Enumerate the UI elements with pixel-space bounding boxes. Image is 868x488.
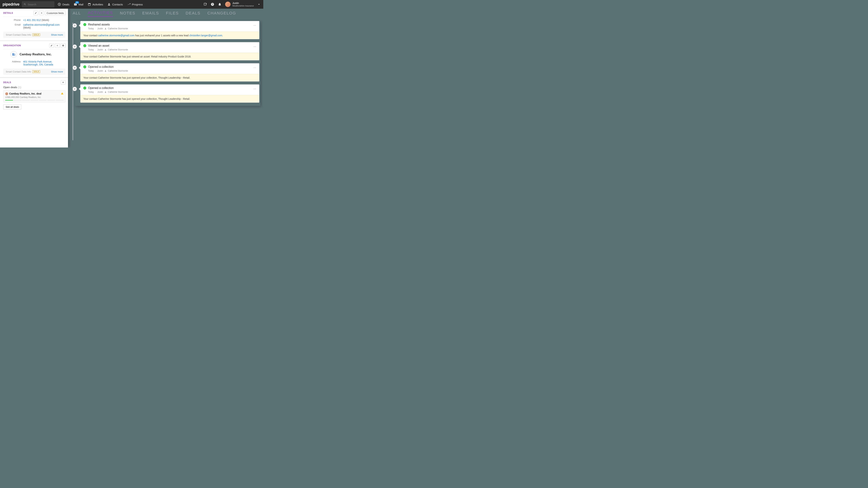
activity-card: Viewed an asset ⋯ Today·Justin Catherine… (80, 42, 259, 60)
activity-body: Your contact Catherine Stormonte has jus… (81, 53, 259, 60)
user-text: Justin Westfordshire Insurance (232, 2, 254, 7)
deal-org: Cambay Realtors, Inc. (20, 96, 41, 98)
activity-meta: Today·Justin Catherine Stormonte (81, 27, 259, 32)
pencil-icon (51, 44, 53, 46)
user-menu[interactable]: Justin Westfordshire Insurance (225, 2, 261, 7)
help-icon[interactable]: ? (211, 3, 214, 6)
user-name: Justin (232, 2, 254, 5)
deal-card[interactable]: Cambay Realtors, Inc. deal US$1,000,000 … (3, 90, 65, 102)
activity-meta: Today·Justin Catherine Stormonte (81, 48, 259, 53)
nav-activities[interactable]: Activities (88, 3, 103, 6)
warning-icon (61, 92, 63, 95)
activity-title: Opened a collection (88, 65, 114, 68)
add-deal-button[interactable]: + (61, 80, 65, 85)
tab-files[interactable]: FILES (166, 11, 179, 17)
clock-icon (72, 66, 77, 70)
address-link[interactable]: 401 Victoria Park Avenue, Scarborough, O… (23, 60, 53, 66)
gold-badge: GOLD (32, 33, 40, 36)
dollar-icon: $ (58, 3, 61, 6)
nav-deals[interactable]: $ Deals (58, 3, 69, 6)
org-name[interactable]: Cambay Realtors, Inc. (20, 53, 52, 56)
tabs: ALL ACTIVITIES NOTES EMAILS FILES DEALS … (68, 9, 263, 19)
nav-deals-label: Deals (62, 3, 69, 6)
deals-title: DEALS (3, 81, 11, 84)
phone-suffix: (Work) (41, 19, 49, 22)
tab-all[interactable]: ALL (73, 11, 81, 17)
search-input[interactable] (28, 3, 53, 6)
tab-emails[interactable]: EMAILS (142, 11, 159, 17)
open-deals-label: Open deals (1) (3, 86, 65, 89)
smart-label: Smart Contact Data Info (6, 33, 31, 36)
person-icon (107, 3, 111, 6)
close-button[interactable] (55, 43, 60, 48)
brand-logo: pipedrive (3, 2, 19, 7)
check-icon (83, 65, 86, 68)
activity-body: Your contact Catherine Stormonte has jus… (81, 95, 259, 102)
nav-right: ? Justin Westfordshire Insurance (204, 2, 261, 7)
calendar-icon (88, 3, 91, 6)
show-more-link[interactable]: Show more (51, 33, 63, 36)
details-section: DETAILS Customize fields Phone +1 401 29… (0, 9, 68, 41)
activity-meta: Today·Justin Catherine Stormonte (81, 69, 259, 74)
more-icon[interactable]: ⋯ (253, 45, 257, 48)
email-label: Email (3, 23, 23, 29)
deals-section: DEALS + Open deals (1) Cambay Realtors, … (0, 78, 68, 112)
nav-mail-label: Mail (79, 3, 84, 6)
mail-badge: 11 (75, 1, 79, 4)
nav-contacts[interactable]: Contacts (107, 3, 123, 6)
person-icon (104, 70, 106, 72)
bell-icon[interactable] (218, 3, 221, 6)
activity-meta: Today·Justin Catherine Stormonte (81, 90, 259, 95)
gear-button[interactable] (61, 43, 65, 48)
activity-body: Your contact Catherine Stormonte has jus… (81, 74, 259, 81)
activity-card: Reshared assets ⋯ Today·Justin Catherine… (80, 21, 259, 39)
building-icon (10, 51, 17, 58)
nav-mail[interactable]: 11 Mail (74, 3, 84, 6)
more-icon[interactable]: ⋯ (253, 66, 257, 69)
close-button[interactable] (39, 11, 44, 15)
user-org: Westfordshire Insurance (232, 5, 254, 7)
clock-icon (72, 23, 77, 28)
nav-progress-label: Progress (132, 3, 143, 6)
nav-items: $ Deals 11 Mail Activities Contacts Prog… (58, 3, 204, 6)
email-row: Email catherine.stormonte@gmail.com(Work… (3, 23, 65, 29)
email-suffix: (Work) (23, 26, 31, 29)
see-all-deals-button[interactable]: See all deals (3, 104, 21, 109)
nav-progress[interactable]: Progress (127, 3, 143, 6)
check-icon (83, 23, 86, 26)
tab-deals[interactable]: DEALS (186, 11, 200, 17)
close-icon (56, 44, 58, 46)
details-title: DETAILS (3, 12, 13, 14)
nav-contacts-label: Contacts (112, 3, 123, 6)
left-panel: DETAILS Customize fields Phone +1 401 29… (0, 9, 68, 148)
email-link[interactable]: christoferr.langer@gmail.com (189, 34, 222, 37)
email-link[interactable]: catherine.stormonte@gmail.com (23, 23, 60, 26)
deal-avatar (5, 92, 8, 95)
add-icon[interactable] (204, 3, 207, 6)
tab-activities[interactable]: ACTIVITIES (88, 10, 113, 17)
email-link[interactable]: catherine.stormonte@gmail.com (98, 34, 134, 37)
more-icon[interactable]: ⋯ (253, 87, 257, 91)
search-box[interactable] (22, 1, 55, 7)
show-more-link[interactable]: Show more (51, 70, 63, 73)
chevron-down-icon (257, 3, 261, 6)
chart-icon (127, 3, 130, 6)
deal-value: US$1,000,000 (5, 96, 19, 98)
close-icon (40, 12, 43, 14)
edit-button[interactable] (49, 43, 54, 48)
customize-button[interactable]: Customize fields (45, 11, 65, 15)
more-icon[interactable]: ⋯ (253, 24, 257, 27)
edit-button[interactable] (33, 11, 38, 15)
deal-progress (5, 100, 63, 100)
activity-title: Reshared assets (88, 23, 110, 26)
pencil-icon (35, 12, 37, 14)
svg-text:$: $ (59, 3, 60, 5)
tab-notes[interactable]: NOTES (120, 11, 135, 17)
timeline (73, 23, 73, 140)
org-row: Cambay Realtors, Inc. (10, 51, 65, 58)
clock-icon (72, 87, 77, 91)
right-area: ALL ACTIVITIES NOTES EMAILS FILES DEALS … (68, 9, 263, 148)
person-icon (104, 91, 106, 93)
tab-changelog[interactable]: CHANGELOG (208, 11, 236, 17)
phone-link[interactable]: +1 401 291 612 (23, 19, 41, 22)
